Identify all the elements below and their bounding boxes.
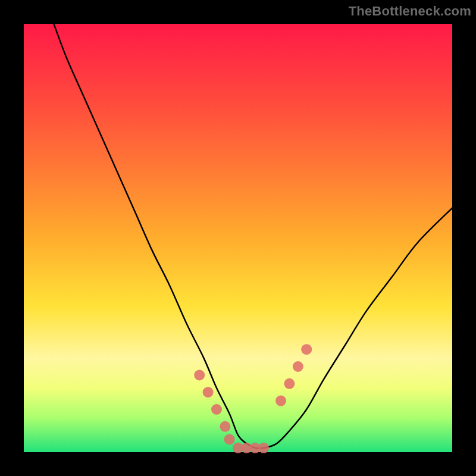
marker-dot	[194, 369, 205, 380]
marker-dot	[203, 387, 214, 397]
plot-area	[24, 24, 452, 452]
marker-dot	[224, 434, 235, 444]
chart-frame: TheBottleneck.com	[0, 0, 476, 476]
marker-dot	[275, 396, 286, 406]
marker-dot	[220, 421, 230, 432]
bottleneck-curve	[54, 24, 452, 449]
watermark-label: TheBottleneck.com	[349, 4, 471, 19]
marker-dot	[301, 344, 312, 355]
marker-dot	[258, 443, 269, 453]
curve-layer	[24, 24, 452, 452]
marker-cluster-left	[194, 369, 269, 453]
marker-dot	[211, 404, 222, 415]
marker-cluster-right	[275, 344, 312, 406]
marker-dot	[293, 361, 303, 372]
marker-dot	[284, 378, 295, 389]
